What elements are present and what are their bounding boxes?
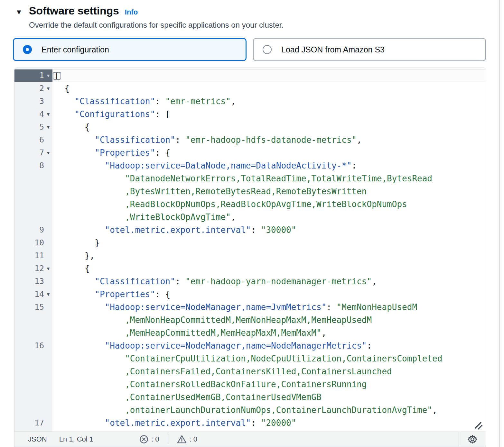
line-number-gutter: 13	[14, 275, 52, 288]
line-number: 13	[34, 275, 44, 288]
code-line[interactable]: 13 "Classification": "emr-hadoop-yarn-no…	[14, 275, 486, 288]
radio-unselected-icon[interactable]	[263, 45, 272, 54]
code-line-text[interactable]: "Hadoop:service=NodeManager,name=NodeMan…	[52, 339, 372, 352]
line-number-gutter: 17	[14, 416, 52, 429]
code-line[interactable]: ,ContainersRolledBackOnFailure,Container…	[14, 378, 486, 391]
line-number-gutter: 6	[14, 133, 52, 146]
code-line[interactable]: 1▼[	[14, 69, 486, 82]
code-line-text[interactable]: ,ContainerUsedMemGB,ContainerUsedVMemGB	[52, 391, 322, 404]
code-line-text[interactable]: "Classification": "emr-hadoop-yarn-nodem…	[52, 275, 377, 288]
code-line[interactable]: "ContainerCpuUtilization,NodeCpuUtilizat…	[14, 352, 486, 365]
line-number-gutter: 7▼	[14, 146, 52, 159]
code-line-text[interactable]: ,ontainerLaunchDurationNumOps,ContainerL…	[52, 404, 437, 416]
line-number-gutter	[14, 314, 52, 326]
code-line[interactable]: 15 "Hadoop:service=NodeManager,name=JvmM…	[14, 301, 486, 314]
fold-arrow-icon[interactable]: ▼	[44, 108, 52, 121]
code-line[interactable]: 11 },	[14, 249, 486, 262]
code-line[interactable]: "DatanodeNetworkErrors,TotalReadTime,Tot…	[14, 172, 486, 185]
code-line-text[interactable]: ,ReadBlockOpNumOps,ReadBlockOpAvgTime,Wr…	[52, 198, 407, 211]
line-number: 6	[39, 133, 44, 146]
line-number-gutter: 14▼	[14, 288, 52, 301]
code-line-text[interactable]: "ContainerCpuUtilization,NodeCpuUtilizat…	[52, 352, 442, 365]
code-line[interactable]: 8 "Hadoop:service=DataNode,name=DataNode…	[14, 159, 486, 172]
fold-arrow-icon[interactable]: ▼	[44, 121, 52, 133]
code-line[interactable]: 18 }	[14, 429, 486, 432]
software-settings-section: ▼ Software settings Info Override the de…	[0, 0, 504, 447]
code-line[interactable]: ,ContainerUsedMemGB,ContainerUsedVMemGB	[14, 391, 486, 404]
warnings-status: : 0	[177, 434, 197, 444]
code-line-text[interactable]: {	[52, 121, 90, 133]
code-line-text[interactable]: ,MemNonHeapCommittedM,MemNonHeapMaxM,Mem…	[52, 314, 372, 326]
line-number: 1	[39, 69, 44, 82]
code-line[interactable]: 14▼ "Properties": {	[14, 288, 486, 301]
code-line[interactable]: ,WriteBlockOpAvgTime",	[14, 211, 486, 224]
code-line[interactable]: 7▼ "Properties": {	[14, 146, 486, 159]
language-label: JSON	[28, 435, 47, 443]
code-line-text[interactable]: "Hadoop:service=DataNode,name=DataNodeAc…	[52, 159, 357, 172]
line-number-gutter: 4▼	[14, 108, 52, 121]
fold-arrow-icon[interactable]: ▼	[44, 146, 52, 159]
line-number-gutter	[14, 326, 52, 339]
code-line-text[interactable]: {	[52, 262, 90, 275]
code-line-text[interactable]: "Configurations": [	[52, 108, 170, 121]
fold-arrow-icon[interactable]: ▼	[44, 288, 52, 301]
editor-resize-handle-icon[interactable]	[474, 421, 482, 430]
code-line-text[interactable]: "otel.metric.export.interval": "20000"	[52, 416, 296, 429]
code-line[interactable]: 6 "Classification": "emr-hadoop-hdfs-dat…	[14, 133, 486, 146]
tile-label: Enter configuration	[42, 45, 109, 54]
code-line[interactable]: ,ContainersFailed,ContainersKilled,Conta…	[14, 365, 486, 378]
code-line[interactable]: ,BytesWritten,RemoteBytesRead,RemoteByte…	[14, 185, 486, 198]
line-number: 15	[34, 301, 44, 314]
code-line-text[interactable]: ,BytesWritten,RemoteBytesRead,RemoteByte…	[52, 185, 367, 198]
line-number: 12	[34, 262, 44, 275]
code-line[interactable]: ,MemNonHeapCommittedM,MemNonHeapMaxM,Mem…	[14, 314, 486, 326]
code-line-text[interactable]: }	[52, 429, 100, 432]
code-line[interactable]: ,ontainerLaunchDurationNumOps,ContainerL…	[14, 404, 486, 416]
radio-selected-icon[interactable]	[23, 45, 32, 54]
line-number-gutter	[14, 352, 52, 365]
code-line-text[interactable]: "Properties": {	[52, 288, 170, 301]
code-line-text[interactable]: }	[52, 236, 100, 249]
code-line[interactable]: 9 "otel.metric.export.interval": "30000"	[14, 224, 486, 236]
errors-status: : 0	[139, 434, 159, 444]
fold-arrow-icon[interactable]: ▼	[44, 262, 52, 275]
line-number: 7	[39, 146, 44, 159]
code-line-text[interactable]: "otel.metric.export.interval": "30000"	[52, 224, 296, 236]
code-line-text[interactable]: },	[52, 249, 95, 262]
section-description: Override the default configurations for …	[29, 21, 284, 30]
line-number-gutter: 18	[14, 429, 52, 432]
code-line[interactable]: 5▼ {	[14, 121, 486, 133]
code-line[interactable]: 17 "otel.metric.export.interval": "20000…	[14, 416, 486, 429]
code-line[interactable]: 3 "Classification": "emr-metrics",	[14, 95, 486, 108]
code-line[interactable]: 16 "Hadoop:service=NodeManager,name=Node…	[14, 339, 486, 352]
code-line-text[interactable]: "Properties": {	[52, 146, 170, 159]
section-collapse-icon[interactable]: ▼	[15, 8, 23, 16]
code-line[interactable]: 10 }	[14, 236, 486, 249]
code-line-text[interactable]: ,MemHeapCommittedM,MemHeapMaxM,MemMaxM",	[52, 326, 326, 339]
code-line-text[interactable]: ,ContainersRolledBackOnFailure,Container…	[52, 378, 367, 391]
load-json-from-s3-tile[interactable]: Load JSON from Amazon S3	[253, 38, 486, 61]
fold-arrow-icon[interactable]: ▼	[44, 82, 52, 95]
code-line[interactable]: ,MemHeapCommittedM,MemHeapMaxM,MemMaxM",	[14, 326, 486, 339]
code-line-text[interactable]: ,ContainersFailed,ContainersKilled,Conta…	[52, 365, 392, 378]
code-line[interactable]: 12▼ {	[14, 262, 486, 275]
code-line[interactable]: ,ReadBlockOpNumOps,ReadBlockOpAvgTime,Wr…	[14, 198, 486, 211]
code-line-text[interactable]: ,WriteBlockOpAvgTime",	[52, 211, 236, 224]
code-line-text[interactable]: {	[52, 82, 70, 95]
code-line[interactable]: 2▼ {	[14, 82, 486, 95]
code-line-text[interactable]: "Classification": "emr-hadoop-hdfs-datan…	[52, 133, 362, 146]
code-line-text[interactable]: [	[52, 69, 60, 82]
json-code-editor[interactable]: 1▼[2▼ {3 "Classification": "emr-metrics"…	[14, 68, 486, 447]
section-header: ▼ Software settings Info	[15, 5, 138, 17]
enter-configuration-tile[interactable]: Enter configuration	[13, 38, 247, 61]
fold-arrow-icon[interactable]: ▼	[44, 69, 52, 82]
code-line[interactable]: 4▼ "Configurations": [	[14, 108, 486, 121]
editor-settings-button[interactable]	[459, 432, 486, 447]
line-number: 9	[39, 224, 44, 236]
code-editor-text-area[interactable]: 1▼[2▼ {3 "Classification": "emr-metrics"…	[14, 68, 486, 432]
line-number-gutter: 15	[14, 301, 52, 314]
code-line-text[interactable]: "Hadoop:service=NodeManager,name=JvmMetr…	[52, 301, 417, 314]
code-line-text[interactable]: "DatanodeNetworkErrors,TotalReadTime,Tot…	[52, 172, 432, 185]
info-link[interactable]: Info	[125, 8, 138, 16]
code-line-text[interactable]: "Classification": "emr-metrics",	[52, 95, 236, 108]
